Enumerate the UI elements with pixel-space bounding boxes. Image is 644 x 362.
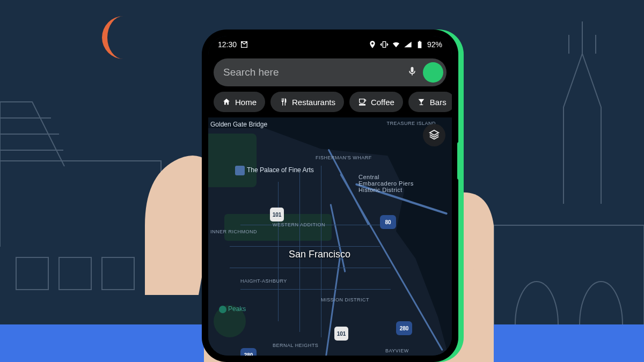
restaurant-icon — [279, 98, 288, 106]
svg-rect-4 — [59, 257, 91, 290]
profile-avatar[interactable] — [423, 62, 443, 83]
map-canvas[interactable]: Golden Gate Bridge The Palace of Fine Ar… — [208, 117, 452, 356]
chip-bars[interactable]: Bars — [408, 92, 452, 112]
mail-icon — [240, 40, 248, 49]
chip-coffee[interactable]: Coffee — [349, 92, 403, 112]
map-district: FISHERMAN'S WHARF — [316, 155, 372, 160]
chip-label: Home — [235, 98, 257, 107]
map-district: INNER RICHMOND — [210, 229, 257, 234]
location-icon — [368, 40, 377, 49]
map-poi[interactable]: Golden Gate Bridge — [210, 121, 267, 128]
map-city-label: San Francisco — [289, 249, 350, 260]
chip-restaurants[interactable]: Restaurants — [270, 92, 344, 112]
highway-shield: 280 — [396, 321, 412, 335]
map-district: HAIGHT-ASHBURY — [240, 278, 287, 284]
map-district: Central Embarcadero Piers Historic Distr… — [358, 174, 418, 193]
search-placeholder: Search here — [223, 67, 401, 78]
map-poi[interactable]: The Palace of Fine Arts — [235, 166, 314, 175]
status-battery-pct: 92% — [427, 40, 442, 49]
search-bar-container: Search here — [208, 53, 452, 92]
search-bar[interactable]: Search here — [214, 58, 447, 86]
phone-screen: 12:30 92% Search h — [208, 36, 452, 356]
status-bar: 12:30 92% — [208, 36, 452, 53]
map-layers-button[interactable] — [423, 124, 445, 146]
coffee-icon — [358, 98, 367, 106]
map-district: WESTERN ADDITION — [273, 222, 325, 227]
map-poi[interactable]: Peaks — [219, 305, 246, 313]
moon-icon — [97, 16, 134, 61]
chip-label: Coffee — [371, 98, 394, 107]
battery-icon — [415, 40, 424, 49]
highway-shield: 80 — [380, 215, 396, 229]
phone-frame: 12:30 92% Search h — [202, 29, 458, 362]
map-district: MISSION DISTRICT — [321, 297, 369, 302]
signal-icon — [404, 40, 412, 49]
svg-rect-3 — [16, 257, 48, 290]
highway-shield: 280 — [240, 348, 257, 356]
highway-shield: 101 — [334, 327, 348, 341]
svg-rect-5 — [102, 257, 134, 290]
map-district: BAYVIEW — [385, 348, 409, 353]
layers-icon — [428, 129, 440, 141]
status-time: 12:30 — [218, 40, 237, 49]
home-icon — [222, 98, 231, 106]
chip-home[interactable]: Home — [214, 92, 265, 112]
map-district: BERNAL HEIGHTS — [273, 343, 318, 348]
chip-label: Restaurants — [292, 98, 335, 107]
vibrate-icon — [380, 40, 389, 49]
wifi-icon — [392, 40, 400, 49]
museum-icon — [235, 166, 245, 175]
highway-shield: 101 — [270, 208, 284, 221]
category-chip-row[interactable]: Home Restaurants Coffee Bars — [208, 92, 452, 117]
bar-icon — [417, 98, 426, 106]
chip-label: Bars — [430, 98, 447, 107]
mic-icon[interactable] — [407, 66, 418, 79]
power-button — [457, 142, 458, 180]
